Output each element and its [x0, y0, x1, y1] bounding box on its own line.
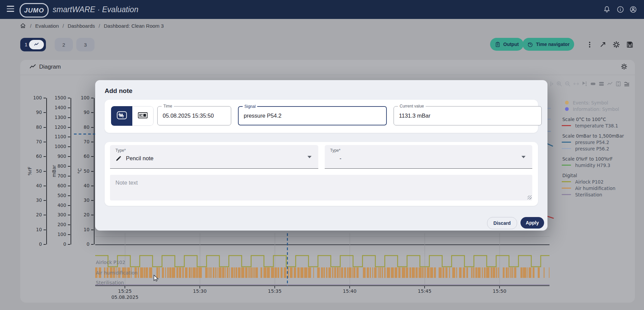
envelope-curves-icon[interactable] [624, 81, 630, 87]
legend-series-item[interactable]: Air humidification [560, 185, 633, 191]
legend-symbol-label: Events: Symbol [573, 100, 608, 105]
axis-tick [91, 200, 93, 201]
air-humidification-pulse [254, 267, 255, 278]
menu-icon[interactable] [7, 6, 15, 13]
legend-series-item[interactable]: pressure P56.2 [560, 145, 633, 152]
axis-tick [68, 215, 70, 215]
axis-tick-label: 100 [50, 232, 66, 237]
discard-button[interactable]: Discard [487, 217, 517, 229]
time-input[interactable] [163, 106, 226, 125]
axis-tick [68, 186, 70, 186]
curve-fragment [547, 119, 551, 120]
air-humidification-pulse [217, 267, 217, 278]
air-humidification-pulse [512, 267, 513, 278]
breadcrumb-evaluation[interactable]: Evaluation [35, 23, 59, 29]
air-humidification-pulse [503, 267, 505, 278]
air-humidification-pulse [533, 267, 535, 278]
legend-series-item[interactable]: Airlock P102 [560, 178, 633, 185]
air-humidification-pulse [294, 267, 296, 278]
signal-field[interactable]: Signal [238, 106, 387, 125]
info-icon[interactable] [616, 5, 624, 14]
air-humidification-pulse [238, 267, 241, 278]
air-humidification-pulse [256, 267, 258, 278]
signal-input[interactable] [244, 107, 381, 125]
kebab-menu-icon[interactable] [586, 41, 594, 49]
shape-oval-icon[interactable] [590, 81, 596, 87]
chevron-down-icon [307, 156, 312, 158]
x-axis-tick [499, 286, 500, 288]
save-icon[interactable] [626, 41, 634, 49]
current-value-field[interactable]: Current value [394, 106, 542, 125]
legend-series-item[interactable]: Sterilisation [560, 191, 633, 198]
axis-tick-label: 30 [26, 197, 42, 203]
air-humidification-pulse [427, 267, 430, 278]
axis-tick [91, 112, 93, 113]
fullscreen-icon[interactable] [599, 41, 607, 49]
note-type-select[interactable]: Type* Pencil note [110, 145, 318, 169]
breadcrumb-separator: / [30, 23, 31, 29]
x-axis-tick [349, 286, 350, 288]
notifications-bell-icon[interactable] [603, 5, 611, 14]
air-humidification-pulse [210, 267, 212, 278]
legend-series-label: pressure P56.2 [575, 146, 609, 151]
axis-tick [91, 186, 93, 186]
time-navigator-button[interactable]: Time navigator [522, 38, 574, 51]
breadcrumb-dashboards[interactable]: Dashboards [68, 23, 95, 29]
apply-button[interactable]: Apply [520, 217, 544, 229]
output-button[interactable]: Output [490, 38, 524, 51]
note-subtype-label: Type* [330, 148, 341, 153]
home-icon[interactable] [20, 22, 26, 29]
measure-icon[interactable] [582, 81, 588, 87]
air-humidification-pulse [544, 267, 545, 278]
air-humidification-pulse [370, 267, 371, 278]
curve-icon[interactable] [607, 81, 613, 87]
curve-fragment [547, 131, 551, 132]
axis-tick-label: 20 [73, 212, 89, 217]
time-field[interactable]: Time [157, 106, 231, 125]
legend-series-item[interactable]: humidity H79.3 [560, 162, 633, 168]
signal-note-toggle-button[interactable] [111, 106, 132, 126]
air-humidification-pulse [326, 267, 327, 278]
line-chart-icon [29, 40, 44, 49]
axis-tick-label: 90 [26, 110, 42, 115]
legend-symbol-dot [565, 101, 569, 104]
axis-tick [68, 176, 70, 176]
air-humidification-pulse [478, 267, 481, 278]
air-humidification-pulse [538, 267, 540, 278]
note-text-input[interactable] [110, 175, 532, 200]
axis-tick [68, 108, 70, 108]
axis-tick [91, 142, 93, 142]
air-humidification-pulse [261, 267, 262, 278]
note-subtype-select[interactable]: Type* - [325, 145, 532, 169]
air-humidification-pulse [236, 267, 237, 278]
y-axis-line [71, 98, 71, 244]
settings-gear-icon[interactable] [612, 41, 620, 49]
zoom-out-icon[interactable] [565, 81, 571, 87]
scroll-values-icon[interactable] [615, 81, 621, 87]
recorder-device-icon [137, 111, 148, 121]
axis-tick-label: 70 [26, 139, 42, 144]
tab-1-selected[interactable]: 1 [20, 38, 46, 51]
device-note-toggle-button[interactable] [132, 106, 154, 126]
current-value-input[interactable] [399, 106, 536, 125]
breadcrumb-current: Dashboard: Clean Room 3 [104, 23, 164, 29]
air-humidification-pulse [280, 267, 283, 278]
air-humidification-pulse [191, 267, 192, 278]
zoom-horizontal-icon[interactable] [573, 81, 579, 87]
legend-symbol-item[interactable]: Events: Symbol [560, 99, 633, 106]
tab-3[interactable]: 3 [76, 38, 95, 51]
zoom-in-icon[interactable] [556, 81, 562, 87]
time-cursor-line[interactable] [287, 233, 288, 286]
legend-series-item[interactable]: temperature T38.1 [560, 122, 633, 129]
account-icon[interactable] [629, 5, 637, 14]
air-humidification-pulse [138, 267, 139, 278]
air-humidification-pulse [498, 267, 499, 278]
air-humidification-pulse [245, 267, 247, 278]
air-humidification-pulse [193, 267, 195, 278]
air-humidification-pulse [409, 267, 411, 278]
stacked-bands-icon[interactable] [598, 81, 605, 87]
legend-series-item[interactable]: pressure P54.2 [560, 139, 633, 145]
tab-2[interactable]: 2 [55, 38, 73, 51]
pan-icon[interactable] [548, 81, 554, 87]
legend-symbol-item[interactable]: Information: Symbol [560, 106, 633, 112]
